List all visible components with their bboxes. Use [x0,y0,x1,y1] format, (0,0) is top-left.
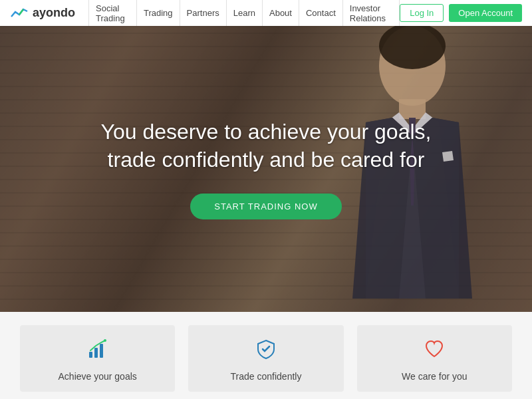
nav-link-trading[interactable]: Trading [137,0,180,26]
feature-card-care: We care for you [357,325,512,392]
shield-icon [255,338,277,364]
hero-heading: You deserve to achieve your goals,trade … [101,118,432,174]
nav-link-social-trading[interactable]: Social Trading [88,0,137,26]
svg-rect-10 [94,348,98,358]
svg-point-12 [104,339,106,342]
feature-card-goals: Achieve your goals [20,325,175,392]
nav-link-learn[interactable]: Learn [227,0,263,26]
nav-link-contact[interactable]: Contact [299,0,343,26]
chart-icon [87,338,108,364]
logo-text: ayondo [33,6,75,20]
navbar: ayondo Social Trading Trading Partners L… [0,0,532,26]
hero-content: You deserve to achieve your goals,trade … [61,118,471,219]
svg-rect-9 [89,352,92,358]
hero-section: You deserve to achieve your goals,trade … [0,26,532,312]
feature-label-trading: Trade confidently [231,371,302,382]
logo-icon [10,7,29,20]
features-section: Achieve your goals Trade confidently We … [0,312,532,399]
feature-label-care: We care for you [402,371,467,382]
svg-rect-2 [399,99,426,119]
nav-link-investor-relations[interactable]: Investor Relations [343,0,400,26]
nav-actions: Log In Open Account [400,4,522,22]
logo[interactable]: ayondo [10,6,75,20]
feature-card-trading: Trade confidently [188,325,343,392]
login-button[interactable]: Log In [400,4,444,22]
heart-icon [424,338,445,364]
svg-rect-11 [100,344,103,358]
start-trading-button[interactable]: START TRADING NOW [190,194,341,219]
feature-label-goals: Achieve your goals [59,371,137,382]
nav-link-about[interactable]: About [263,0,299,26]
open-account-button[interactable]: Open Account [449,4,522,22]
nav-links: Social Trading Trading Partners Learn Ab… [88,0,400,26]
nav-link-partners[interactable]: Partners [180,0,227,26]
